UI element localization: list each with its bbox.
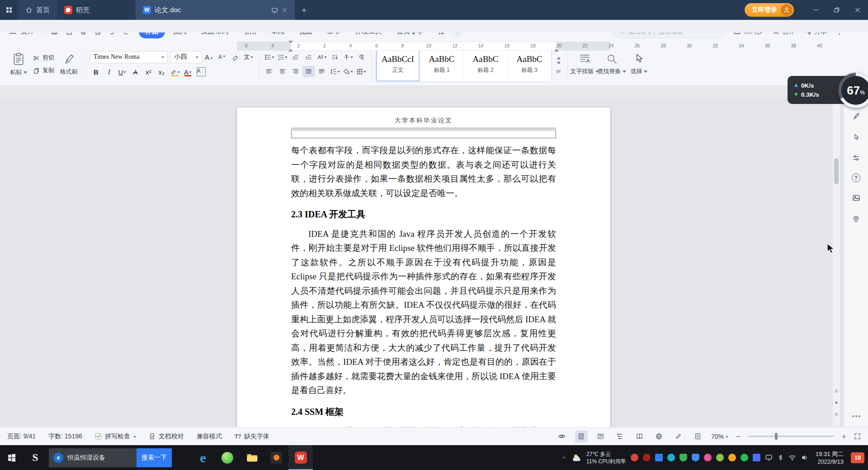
- tray-icon[interactable]: [741, 454, 748, 461]
- close-tab-icon[interactable]: [282, 7, 288, 13]
- font-size-combo[interactable]: 小四: [170, 51, 202, 63]
- styles-scroll-down[interactable]: [557, 62, 561, 66]
- fullscreen-view-button[interactable]: [594, 431, 607, 442]
- previous-page-button[interactable]: [834, 388, 839, 394]
- taskbar-app-wps[interactable]: W: [288, 445, 313, 470]
- increase-indent-button[interactable]: [302, 52, 315, 63]
- increase-font-button[interactable]: A: [203, 52, 215, 63]
- zoom-in-button[interactable]: [841, 433, 847, 440]
- monitor-tray-icon[interactable]: [765, 454, 773, 461]
- heading-2-4[interactable]: 2.4 SSM 框架: [291, 405, 556, 419]
- hidden-icons-chevron[interactable]: [561, 455, 567, 461]
- tray-icon[interactable]: [679, 454, 687, 461]
- bullet-list-button[interactable]: [263, 52, 275, 63]
- web-view-button[interactable]: [653, 431, 665, 442]
- decrease-font-button[interactable]: A: [216, 52, 228, 63]
- borders-button[interactable]: [355, 66, 367, 77]
- styles-scroll-up[interactable]: [557, 55, 561, 59]
- document-proofing-button[interactable]: 文档校对: [149, 432, 184, 441]
- bluetooth-icon[interactable]: [777, 454, 784, 461]
- document-body[interactable]: 每个表都有字段，而字段是以列的形式存在，这样能保证一条数据每一个字段对应的是相同…: [291, 143, 556, 427]
- tray-icon[interactable]: [667, 454, 675, 461]
- bold-button[interactable]: B: [90, 66, 102, 78]
- reading-highlight-button[interactable]: [556, 431, 568, 442]
- underline-button[interactable]: U: [116, 66, 128, 78]
- select-tool-button[interactable]: [851, 132, 861, 142]
- location-tool-button[interactable]: [851, 214, 861, 224]
- heading-2-3[interactable]: 2.3 IDEA 开发工具: [291, 207, 556, 222]
- assistant-app-button[interactable]: S: [24, 445, 47, 470]
- missing-fonts-button[interactable]: T? 缺失字体: [235, 432, 269, 441]
- zoom-level[interactable]: 70%: [711, 433, 728, 440]
- fit-page-button[interactable]: [692, 431, 704, 442]
- minimize-button[interactable]: [806, 0, 826, 20]
- taskbar-app-dark[interactable]: [264, 445, 288, 470]
- cast-icon[interactable]: [271, 7, 278, 14]
- paragraph[interactable]: 每个表都有字段，而字段是以列的形式存在，这样能保证一条数据每一个字段对应的是相同…: [291, 143, 556, 200]
- pinyin-guide-button[interactable]: 文: [242, 52, 255, 63]
- format-painter-button[interactable]: 格式刷: [56, 46, 81, 82]
- new-tab-button[interactable]: [295, 0, 313, 20]
- style-option[interactable]: AaBbC 标题 2: [464, 47, 508, 81]
- zoom-out-button[interactable]: [735, 433, 741, 440]
- login-button[interactable]: 立即登录: [745, 3, 794, 17]
- zoom-slider[interactable]: [748, 436, 834, 437]
- line-spacing-button[interactable]: [329, 66, 341, 77]
- paragraph-marks-button[interactable]: [355, 52, 367, 63]
- help-button[interactable]: ?: [852, 174, 860, 182]
- numbered-list-button[interactable]: [276, 52, 288, 63]
- compatibility-mode-label[interactable]: 兼容模式: [197, 432, 222, 441]
- select-button[interactable]: 选择: [626, 46, 651, 82]
- avatar[interactable]: [781, 4, 793, 16]
- paragraph[interactable]: IDEA 是捷克共和国的 Java 程序员开发人员创造的一个开发软件，刚开始主要…: [291, 227, 556, 398]
- start-button[interactable]: [0, 445, 24, 470]
- shading-button[interactable]: [342, 66, 354, 77]
- cn-layout-button[interactable]: [316, 52, 328, 63]
- close-button[interactable]: [847, 0, 868, 20]
- style-option[interactable]: AaBbCcI 正文: [376, 47, 420, 81]
- right-indent-marker[interactable]: [554, 47, 559, 52]
- highlight-button[interactable]: [169, 66, 181, 78]
- paste-button[interactable]: 粘贴: [6, 46, 31, 82]
- outline-view-button[interactable]: [614, 431, 627, 442]
- first-line-indent-marker[interactable]: [288, 41, 293, 46]
- align-center-button[interactable]: [276, 66, 288, 77]
- tray-icon[interactable]: [716, 454, 724, 461]
- network-monitor-widget[interactable]: 0K/s 0.3K/s 67 %: [788, 76, 855, 104]
- styles-more-button[interactable]: [556, 69, 561, 74]
- vertical-scrollbar[interactable]: [833, 99, 840, 427]
- edit-pen-button[interactable]: [851, 111, 861, 121]
- copy-button[interactable]: 复制: [33, 66, 54, 75]
- style-option[interactable]: AaBbC 标题 3: [508, 47, 552, 81]
- more-tools-button[interactable]: [852, 415, 860, 417]
- tray-icon[interactable]: [704, 454, 712, 461]
- word-count[interactable]: 字数: 15196: [48, 432, 82, 441]
- notification-badge[interactable]: 10: [851, 452, 864, 463]
- tab-document[interactable]: W 论文.doc: [136, 0, 295, 20]
- tray-icon[interactable]: [655, 454, 663, 461]
- wifi-icon[interactable]: [788, 454, 796, 461]
- superscript-button[interactable]: x²: [142, 66, 155, 78]
- cut-button[interactable]: 剪切: [33, 54, 54, 62]
- tray-icon[interactable]: [728, 454, 736, 461]
- left-indent-marker[interactable]: [288, 47, 293, 52]
- align-right-button[interactable]: [289, 66, 302, 77]
- style-option[interactable]: AaBbC 标题 1: [420, 47, 464, 81]
- character-border-button[interactable]: A: [195, 66, 207, 78]
- browse-object-button[interactable]: [834, 400, 839, 405]
- sort-button[interactable]: [329, 52, 341, 63]
- adjust-tool-button[interactable]: [851, 153, 861, 163]
- taskbar-app-explorer[interactable]: [240, 445, 264, 470]
- spellcheck-toggle[interactable]: 拼写检查: [95, 432, 136, 441]
- font-color-button[interactable]: A: [182, 66, 194, 78]
- tray-icon[interactable]: [692, 454, 699, 461]
- app-launcher-button[interactable]: [0, 0, 18, 20]
- distribute-button[interactable]: [316, 66, 328, 77]
- paragraph[interactable]: 开发一个业务逻辑比较简单的应用，采用这几年最广为流传的 SSM 框架是很合适的。…: [291, 424, 556, 427]
- page-indicator[interactable]: 页面: 9/41: [7, 432, 36, 441]
- image-tool-button[interactable]: [851, 193, 861, 203]
- header-empty-box[interactable]: [291, 130, 556, 138]
- tab-home[interactable]: 首页: [18, 0, 57, 20]
- strikethrough-button[interactable]: A: [129, 66, 142, 78]
- page-view-button[interactable]: [575, 431, 588, 442]
